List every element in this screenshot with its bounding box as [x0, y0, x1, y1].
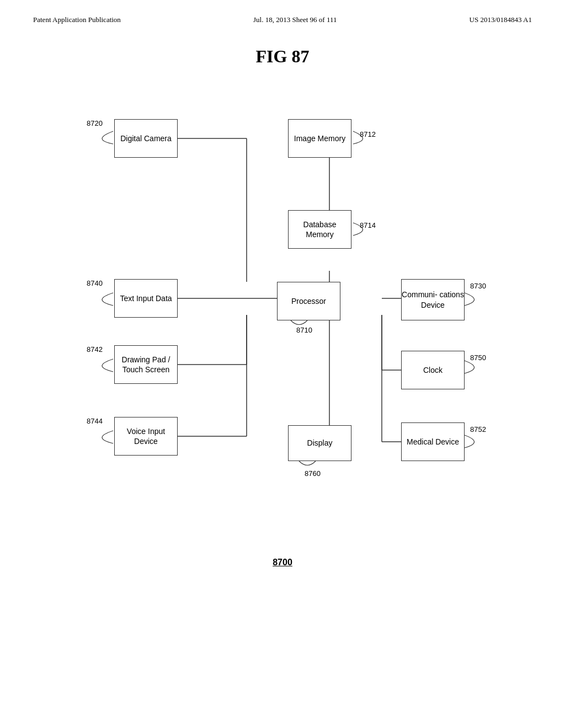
drawing-pad-label: Drawing Pad / Touch Screen — [115, 355, 177, 374]
page-header: Patent Application Publication Jul. 18, … — [0, 0, 565, 24]
voice-input-bracket — [86, 428, 116, 445]
medical-device-bracket — [462, 432, 492, 449]
display-box: Display — [288, 425, 351, 461]
ref-8730: 8730 — [470, 282, 486, 290]
header-left: Patent Application Publication — [33, 15, 121, 24]
database-memory-bracket — [350, 220, 381, 237]
medical-device-box: Medical Device — [401, 422, 465, 461]
diagram-lines — [76, 100, 489, 552]
communications-bracket — [462, 290, 492, 307]
communications-label: Communi- cations Device — [402, 290, 464, 309]
header-right: US 2013/0184843 A1 — [470, 15, 532, 24]
text-input-box: Text Input Data — [114, 279, 178, 318]
ref-8720: 8720 — [87, 119, 103, 127]
digital-camera-label: Digital Camera — [120, 133, 172, 143]
text-input-bracket — [86, 290, 116, 307]
fig-title: FIG 87 — [0, 46, 565, 67]
ref-8760: 8760 — [305, 469, 321, 478]
diagram-container: Digital Camera 8720 Image Memory 8712 Da… — [76, 100, 489, 552]
processor-label: Processor — [291, 296, 326, 306]
clock-box: Clock — [401, 351, 465, 389]
clock-label: Clock — [423, 365, 443, 375]
database-memory-label: Database Memory — [289, 220, 351, 239]
text-input-label: Text Input Data — [120, 293, 172, 303]
image-memory-label: Image Memory — [294, 133, 345, 143]
ref-8742: 8742 — [87, 345, 103, 354]
drawing-pad-bracket — [86, 356, 116, 373]
voice-input-label: Voice Input Device — [115, 426, 177, 446]
clock-bracket — [462, 358, 492, 374]
digital-camera-bracket — [86, 129, 116, 145]
digital-camera-box: Digital Camera — [114, 119, 178, 158]
voice-input-box: Voice Input Device — [114, 417, 178, 456]
database-memory-box: Database Memory — [288, 210, 351, 249]
communications-box: Communi- cations Device — [401, 279, 465, 320]
ref-8740: 8740 — [87, 279, 103, 287]
image-memory-bracket — [350, 129, 381, 145]
diagram-number: 8700 — [0, 558, 565, 568]
image-memory-box: Image Memory — [288, 119, 351, 158]
processor-box: Processor — [277, 282, 340, 320]
processor-bracket — [288, 320, 310, 331]
header-center: Jul. 18, 2013 Sheet 96 of 111 — [253, 15, 337, 24]
drawing-pad-box: Drawing Pad / Touch Screen — [114, 345, 178, 384]
medical-device-label: Medical Device — [407, 437, 459, 447]
ref-8744: 8744 — [87, 417, 103, 425]
display-label: Display — [307, 438, 333, 448]
